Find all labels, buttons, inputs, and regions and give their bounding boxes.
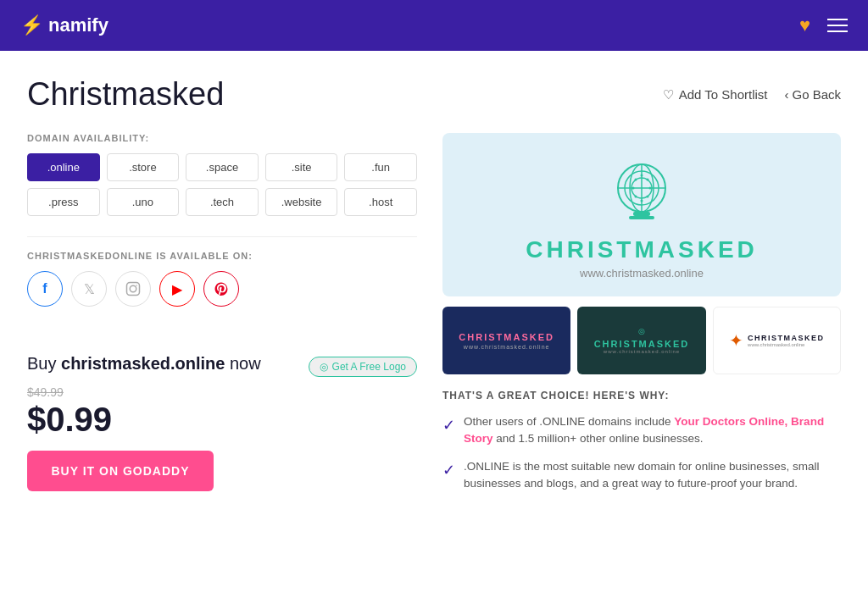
right-column: CHRISTMASKED www.christmasked.online CHR…	[442, 133, 841, 502]
new-price: $0.99	[27, 401, 417, 439]
logo-text: namify	[48, 14, 108, 36]
logo-v3-content: ✦ CHRISTMASKED www.christmasked.online	[729, 330, 825, 351]
logo-v3-text: CHRISTMASKED	[748, 334, 825, 342]
buy-section: Buy christmasked.online now ◎ Get A Free…	[27, 337, 417, 491]
svg-rect-10	[629, 216, 654, 219]
left-column: Domain Availability: .online .store .spa…	[27, 133, 417, 502]
domain-tag-store[interactable]: .store	[107, 153, 180, 181]
content-grid: Domain Availability: .online .store .spa…	[27, 133, 841, 502]
why-text-1: Other users of .ONLINE domains include Y…	[464, 413, 841, 448]
domain-tag-press[interactable]: .press	[27, 188, 100, 216]
main-content: Christmasked ♡ Add To Shortlist ‹ Go Bac…	[10, 51, 858, 528]
domain-tag-host[interactable]: .host	[344, 188, 417, 216]
instagram-icon[interactable]	[115, 271, 151, 307]
domain-tag-online[interactable]: .online	[27, 153, 100, 181]
heart-icon[interactable]: ♥	[799, 14, 810, 36]
go-back-button[interactable]: ‹ Go Back	[784, 87, 841, 102]
social-availability-label: CHRISTMASKEDONLINE IS AVAILABLE ON:	[27, 251, 417, 261]
domain-availability-label: Domain Availability:	[27, 133, 417, 143]
chevron-left-icon: ‹	[784, 87, 788, 102]
svg-point-14	[632, 187, 635, 190]
svg-point-16	[635, 196, 637, 198]
svg-point-2	[136, 285, 137, 286]
star-icon: ✦	[729, 330, 743, 351]
logo-variants: CHRISTMASKED www.christmasked.online ◎ C…	[442, 307, 841, 374]
logo-variant-1[interactable]: CHRISTMASKED www.christmasked.online	[442, 307, 570, 374]
menu-button[interactable]	[827, 19, 848, 32]
buy-headline: Buy christmasked.online now	[27, 354, 261, 374]
domain-tag-site[interactable]: .site	[265, 153, 338, 181]
svg-point-13	[647, 179, 649, 181]
buy-domain: christmasked.online	[61, 354, 225, 373]
heart-outline-icon: ♡	[663, 87, 674, 102]
buy-prefix: Buy	[27, 354, 61, 373]
domain-tag-uno[interactable]: .uno	[107, 188, 180, 216]
navbar-right: ♥	[799, 14, 848, 36]
logo-v3-sub: www.christmasked.online	[748, 342, 825, 347]
logo-icon: ⚡	[20, 14, 43, 36]
svg-point-17	[647, 196, 649, 198]
page-title: Christmasked	[27, 76, 224, 113]
svg-point-15	[649, 187, 652, 190]
logo-v1-text: CHRISTMASKED	[459, 331, 554, 343]
buy-suffix: now	[225, 354, 260, 373]
get-logo-label: Get A Free Logo	[332, 361, 406, 373]
highlight-link-1[interactable]: Your Doctors Online, Brand Story	[464, 415, 824, 445]
svg-point-12	[635, 179, 637, 181]
logo-variant-3[interactable]: ✦ CHRISTMASKED www.christmasked.online	[713, 307, 841, 374]
navbar: ⚡ namify ♥	[0, 0, 868, 51]
why-item-1: ✓ Other users of .ONLINE domains include…	[442, 413, 841, 448]
twitter-icon[interactable]: 𝕏	[71, 271, 107, 307]
logo-v2-text: CHRISTMASKED	[594, 339, 690, 349]
top-row: Christmasked ♡ Add To Shortlist ‹ Go Bac…	[27, 76, 841, 113]
go-back-label: Go Back	[792, 87, 841, 102]
add-shortlist-button[interactable]: ♡ Add To Shortlist	[663, 87, 768, 102]
why-section: THAT'S A GREAT CHOICE! HERE'S WHY: ✓ Oth…	[442, 390, 841, 492]
svg-point-11	[641, 174, 643, 177]
check-icon-1: ✓	[442, 414, 455, 437]
check-icon-2: ✓	[442, 459, 455, 482]
domain-tag-website[interactable]: .website	[265, 188, 338, 216]
svg-point-18	[641, 200, 643, 202]
youtube-icon[interactable]: ▶	[159, 271, 195, 307]
logo-preview-main: CHRISTMASKED www.christmasked.online	[442, 133, 841, 296]
logo-v1-sub: www.christmasked.online	[459, 344, 554, 350]
top-actions: ♡ Add To Shortlist ‹ Go Back	[663, 87, 841, 102]
social-icons-row: f 𝕏 ▶	[27, 271, 417, 307]
brand-url-preview: www.christmasked.online	[580, 267, 704, 280]
pinterest-icon[interactable]	[203, 271, 239, 307]
why-title: THAT'S A GREAT CHOICE! HERE'S WHY:	[442, 390, 841, 401]
globe-icon	[608, 158, 676, 226]
svg-point-1	[130, 285, 136, 292]
facebook-icon[interactable]: f	[27, 271, 63, 307]
why-text-2: .ONLINE is the most suitable new domain …	[464, 458, 841, 493]
logo-badge-icon: ◎	[320, 361, 328, 373]
buy-godaddy-button[interactable]: BUY IT ON GODADDY	[27, 451, 214, 491]
domain-tags-grid: .online .store .space .site .fun .press …	[27, 153, 417, 216]
domain-tag-tech[interactable]: .tech	[186, 188, 259, 216]
domain-tag-fun[interactable]: .fun	[344, 153, 417, 181]
svg-rect-9	[633, 212, 650, 216]
divider	[27, 236, 417, 237]
add-shortlist-label: Add To Shortlist	[679, 87, 768, 102]
logo[interactable]: ⚡ namify	[20, 14, 108, 36]
logo-variant-2[interactable]: ◎ CHRISTMASKED www.christmasked.online	[577, 307, 705, 374]
brand-name-preview: CHRISTMASKED	[526, 236, 758, 263]
get-logo-button[interactable]: ◎ Get A Free Logo	[309, 357, 417, 377]
why-item-2: ✓ .ONLINE is the most suitable new domai…	[442, 458, 841, 493]
svg-rect-0	[127, 283, 140, 296]
old-price: $49.99	[27, 385, 417, 399]
domain-tag-space[interactable]: .space	[186, 153, 259, 181]
